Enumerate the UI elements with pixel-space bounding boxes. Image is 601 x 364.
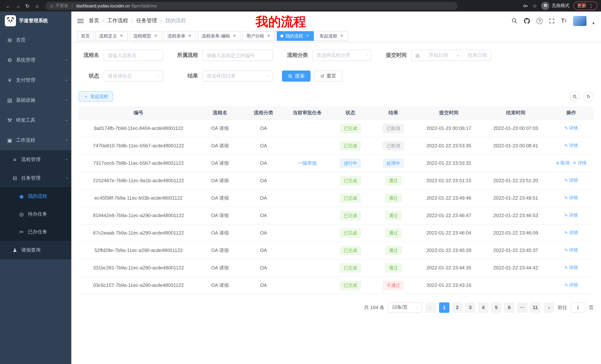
sidebar-item-system[interactable]: ⚙系统管理›: [0, 50, 71, 70]
close-icon[interactable]: ×: [266, 33, 271, 38]
tab-用户分组[interactable]: 用户分组×: [242, 31, 275, 41]
security-chip[interactable]: ⚠ 不安全: [50, 3, 68, 9]
status-select[interactable]: 请选择状态 ›: [104, 70, 163, 82]
breadcrumb-item[interactable]: 任务管理: [136, 18, 157, 24]
detail-action-link[interactable]: ✎详情: [564, 282, 578, 288]
goto-page-input[interactable]: [571, 302, 585, 313]
detail-action-link[interactable]: ✎详情: [564, 265, 578, 271]
tab-我的流程[interactable]: 我的流程×: [277, 31, 314, 41]
page-size-select[interactable]: 10条/页 ›: [388, 302, 422, 313]
hamburger-icon[interactable]: [77, 18, 84, 24]
close-icon[interactable]: ×: [339, 33, 344, 38]
sidebar-item-my-process[interactable]: ◉我的流程: [0, 187, 71, 205]
page-content: 流程名 所属流程 流程分类 请选择流程分类 ›: [71, 42, 601, 364]
page-button[interactable]: 3: [465, 302, 475, 313]
sidebar-item-devtools[interactable]: ⚒研发工具›: [0, 110, 71, 130]
logo[interactable]: 芋道管理系统: [0, 11, 71, 30]
tab-流程表单-编辑[interactable]: 流程表单-编辑×: [198, 31, 241, 41]
detail-action-link[interactable]: ✎详情: [573, 160, 587, 166]
filter-status: 状态 请选择状态 ›: [79, 70, 163, 82]
table-header-row: 编号流程名流程分类当前审批任务状态结果提交时间结束时间操作: [79, 106, 594, 119]
page-button[interactable]: 11: [530, 302, 541, 313]
browser-menu-icon[interactable]: ⋮: [589, 3, 594, 9]
detail-icon: ✎: [564, 230, 568, 235]
help-icon[interactable]: ?: [536, 18, 543, 24]
row-current-task: [285, 224, 329, 241]
detail-action-link[interactable]: ✎详情: [564, 212, 578, 219]
page-button[interactable]: 5: [491, 302, 501, 313]
browser-window: ← → ↻ ⌂ ⚠ 不安全 dashboard.yudao.iocoder.cn…: [0, 0, 601, 364]
tab-流程模型[interactable]: 流程模型×: [130, 31, 162, 41]
search-button[interactable]: 搜索: [282, 70, 311, 82]
password-key-icon[interactable]: [523, 3, 528, 8]
detail-action-link[interactable]: ✎详情: [564, 143, 578, 149]
tab-发起流程[interactable]: 发起流程×: [316, 31, 348, 41]
address-bar[interactable]: ⚠ 不安全 dashboard.yudao.iocoder.cn/bpm/tas…: [45, 2, 458, 10]
tab-label: 发起流程: [320, 33, 337, 39]
sidebar-item-home[interactable]: ⊞首页: [0, 30, 71, 50]
browser-reload-button[interactable]: ↻: [23, 1, 32, 10]
category-select[interactable]: 请选择流程分类 ›: [312, 50, 372, 61]
tab-流程表单[interactable]: 流程表单×: [164, 31, 196, 41]
process-name-input[interactable]: [104, 50, 163, 61]
reset-button[interactable]: ↺ 重置: [314, 70, 342, 82]
sidebar-item-done-task[interactable]: ✂已办任务: [0, 223, 71, 241]
detail-icon: ✎: [564, 248, 568, 253]
column-header: 状态: [329, 106, 372, 119]
detail-action-link[interactable]: ✎详情: [564, 195, 578, 201]
sidebar-item-leave-query[interactable]: ♟请假查询: [0, 241, 71, 259]
next-page-button[interactable]: ›: [544, 302, 554, 313]
chat-icon: ◉: [19, 193, 25, 199]
close-icon[interactable]: ×: [119, 33, 124, 38]
breadcrumb-item[interactable]: 工作流程: [107, 18, 128, 24]
tab-首页[interactable]: 首页: [77, 31, 94, 41]
browser-back-button[interactable]: ←: [4, 1, 13, 10]
sidebar-item-process-mgmt[interactable]: ≡流程管理›: [0, 150, 71, 169]
cancel-action-link[interactable]: ⊘取消: [556, 160, 569, 166]
close-icon[interactable]: ×: [305, 33, 310, 38]
scissors-icon: ✂: [19, 229, 25, 235]
browser-home-button[interactable]: ⌂: [33, 1, 42, 10]
column-header: 结束时间: [482, 106, 549, 119]
avatar-caret-icon[interactable]: ▼: [592, 21, 595, 25]
detail-action-link[interactable]: ✎详情: [564, 177, 578, 184]
process-id-input[interactable]: [202, 50, 273, 61]
page-button[interactable]: 4: [478, 302, 489, 313]
close-icon[interactable]: ×: [187, 33, 192, 38]
result-select[interactable]: 请选择流结果 ›: [202, 70, 273, 82]
page-button[interactable]: 1: [439, 302, 450, 313]
sidebar-item-todo-task[interactable]: ◎待办任务: [0, 205, 71, 223]
refresh-icon: ↺: [320, 73, 324, 79]
start-process-button[interactable]: ＋ 发起流程: [79, 91, 113, 102]
detail-action-link[interactable]: ✎详情: [564, 230, 578, 236]
sidebar-item-infra[interactable]: ▤基础设施›: [0, 90, 71, 110]
bookmark-star-icon[interactable]: ☆: [532, 3, 537, 9]
prev-page-button[interactable]: ‹: [425, 302, 436, 313]
tab-流程定义[interactable]: 流程定义×: [95, 31, 128, 41]
table-row: 3ad174fb-7b9d-11ec-8404-acde48001122OA 请…: [79, 119, 594, 137]
current-task-link[interactable]: 一级审批: [298, 160, 317, 166]
search-icon[interactable]: [511, 18, 517, 24]
chevron-up-icon: ›: [65, 140, 69, 141]
page-button[interactable]: 2: [452, 302, 462, 313]
avatar[interactable]: [573, 16, 587, 26]
refresh-table-icon[interactable]: ↻: [583, 91, 594, 102]
column-header: 编号: [79, 106, 198, 119]
font-size-icon[interactable]: TT: [561, 18, 567, 24]
breadcrumb-item[interactable]: 首页: [89, 18, 99, 24]
fullscreen-icon[interactable]: [549, 18, 555, 24]
sidebar-item-payment[interactable]: ¥支付管理›: [0, 70, 71, 90]
sidebar-item-workflow[interactable]: ▣工作流程›: [0, 130, 71, 150]
github-icon[interactable]: [524, 18, 530, 24]
detail-action-link[interactable]: ✎详情: [564, 125, 578, 131]
detail-action-link[interactable]: ✎详情: [564, 247, 578, 253]
pagination-ellipsis[interactable]: ···: [517, 302, 527, 313]
update-button[interactable]: 更新 ⋮: [573, 1, 597, 10]
submit-time-range-picker[interactable]: ▦ 开始日期 - 结束日期: [411, 50, 491, 61]
close-icon[interactable]: ×: [232, 33, 237, 38]
browser-forward-button[interactable]: →: [13, 1, 22, 10]
close-icon[interactable]: ×: [153, 33, 158, 38]
sidebar-item-task-mgmt[interactable]: ⊟任务管理›: [0, 169, 71, 187]
page-button[interactable]: 6: [504, 302, 514, 313]
show-search-icon[interactable]: [570, 91, 580, 102]
